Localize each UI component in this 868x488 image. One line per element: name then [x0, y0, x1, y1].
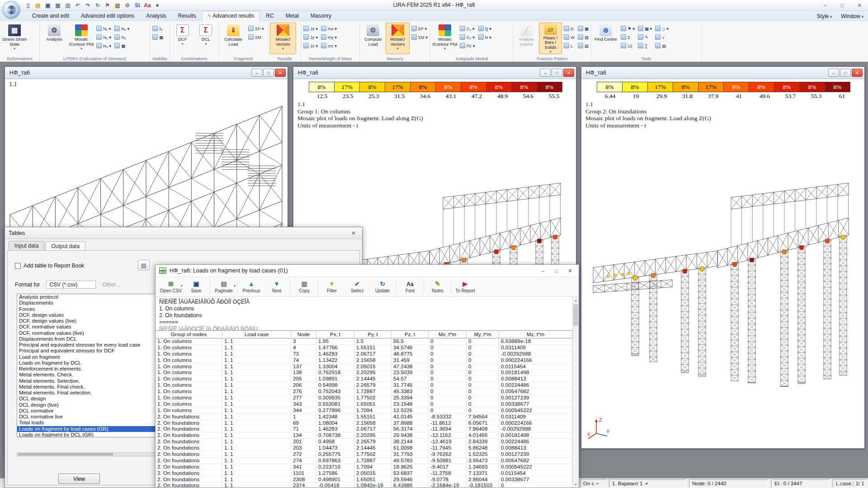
minimize-icon[interactable]: –: [251, 69, 262, 77]
table-row[interactable]: 2. On foundations 1. 1 274 0.697863 1.72…: [156, 458, 572, 464]
flag-icon[interactable]: ⚑: [103, 1, 112, 9]
group-combo[interactable]: On c: [580, 479, 607, 488]
report-book-button[interactable]: [138, 260, 150, 271]
ribbon-small-button[interactable]: ▦ ▾: [637, 24, 653, 33]
tab-analysis[interactable]: Analysis: [140, 11, 172, 21]
ribbon-small-button[interactable]: N₅: [113, 33, 130, 41]
tab-input-data[interactable]: Input data: [9, 241, 44, 250]
select-button[interactable]: Select: [344, 277, 370, 296]
maximize-icon[interactable]: □: [550, 266, 563, 276]
table-row[interactable]: 1. On columns 1. 1 3 1.95 1.5 55.5 0 0 6…: [156, 338, 572, 345]
ribbon-small-button[interactable]: N ▾: [477, 33, 493, 41]
masonry-compute-load-button[interactable]: Compute Load: [361, 23, 385, 54]
ribbon-small-button[interactable]: ∑: [637, 42, 653, 50]
paginate-button[interactable]: Paginate: [211, 277, 236, 296]
tab-advanced-edit-options[interactable]: Advanced edit options: [75, 11, 140, 21]
ribbon-small-button[interactable]: 12: [620, 42, 636, 50]
table-row[interactable]: 1. On columns 1. 1 343 0.553081 1.65051 …: [156, 401, 572, 408]
package-icon[interactable]: ▧: [113, 1, 122, 9]
ribbon-small-button[interactable]: C₁ ▾: [459, 24, 476, 33]
to-report-button[interactable]: To Report: [453, 277, 478, 296]
tools-icon[interactable]: ⚙: [123, 1, 132, 9]
tab-rc[interactable]: RC: [260, 11, 279, 21]
minimize-icon[interactable]: –: [540, 69, 551, 77]
tab-advanced-results[interactable]: Advanced results: [202, 11, 260, 21]
table-row[interactable]: 2. On foundations 1. 1 134 0.708738 2.20…: [156, 432, 572, 439]
table-row[interactable]: 1. On columns 1. 1 74 1.13422 2.15658 31…: [156, 357, 572, 364]
ribbon-small-button[interactable]: ▧: [577, 33, 590, 41]
other-button[interactable]: Other...: [102, 282, 120, 288]
model-viewport[interactable]: 8%8%17%8%17%8%8%8%8%8% 6.441929.931.837.…: [582, 79, 864, 448]
maximize-icon[interactable]: □: [840, 69, 851, 77]
ribbon-small-button[interactable]: ▦: [151, 33, 164, 41]
ribbon-small-button[interactable]: N₂ ▾: [95, 33, 112, 41]
column-header[interactable]: Load case: [222, 331, 291, 338]
table-row[interactable]: 2. On foundations 1. 1 69 1.08004 2.1565…: [156, 420, 572, 427]
table-row[interactable]: 2. On foundations 1. 1 201 0.4958 2.2657…: [156, 439, 572, 445]
find-centre-button[interactable]: Find Centre: [593, 23, 619, 54]
column-header[interactable]: Node: [291, 331, 316, 338]
ribbon-small-button[interactable]: √: [654, 33, 670, 41]
copy-icon[interactable]: ▥: [63, 1, 72, 9]
next-button[interactable]: Next: [264, 277, 289, 296]
close-icon[interactable]: ✕: [563, 266, 577, 276]
column-header[interactable]: Py, t: [354, 331, 392, 338]
ribbon-small-button[interactable]: D: [563, 24, 576, 33]
close-icon[interactable]: ✕: [851, 0, 868, 11]
minimize-icon[interactable]: –: [536, 266, 550, 276]
ribbon-small-button[interactable]: ΣM: [247, 33, 264, 41]
dcf-button[interactable]: DCF: [171, 23, 194, 54]
font-button[interactable]: Font: [397, 277, 423, 296]
masonry-mosaic-vectors-button[interactable]: Mosaic/ Vectors: [386, 23, 409, 54]
scroll-up-icon[interactable]: ▲: [573, 297, 579, 303]
view-button[interactable]: View: [58, 474, 100, 484]
model-window-2-titlebar[interactable]: НФ_та6 – □ ✕: [293, 67, 576, 79]
ribbon-small-button[interactable]: Jx ▾: [302, 24, 319, 33]
results-mosaic-vectors-button[interactable]: Mosaic/ Vectors: [270, 23, 296, 54]
table-row[interactable]: 1. On columns 1. 1 206 0.54998 2.26579 3…: [156, 382, 572, 389]
add-to-report-checkbox[interactable]: [15, 263, 21, 269]
ribbon-small-button[interactable]: C₂ ▾: [459, 33, 476, 41]
ribbon-small-button[interactable]: L: [563, 42, 576, 50]
table-row[interactable]: 1. On columns 1. 1 276 0.752043 1.72887 …: [156, 389, 572, 395]
tab-masonry[interactable]: Masonry: [305, 11, 337, 21]
ribbon-small-button[interactable]: ◇ ▾: [654, 24, 670, 33]
ribbon-small-button[interactable]: ▦: [577, 24, 590, 33]
column-header[interactable]: My, t*m: [467, 331, 499, 338]
column-header[interactable]: Px, t: [316, 331, 354, 338]
litera-mosaic-contour-button[interactable]: Mosaic /Contour Plot: [68, 23, 94, 54]
more-commands-icon[interactable]: ▾: [153, 1, 162, 9]
plates-bars-solids-button[interactable]: Plates / Bars / Solids: [539, 23, 562, 54]
ribbon-small-button[interactable]: W: [563, 33, 576, 41]
table-row[interactable]: 2. On foundations 1. 1 341 0.223716 1.70…: [156, 464, 572, 470]
ribbon-small-button[interactable]: Jz ▾: [302, 42, 319, 50]
stress-strain-state-button[interactable]: Stress Strain State: [1, 23, 28, 54]
title-bar[interactable]: ▯ ▤ ▣ ▦ ▥ ↶ ↷ ↻ ⚑ ▧ ⚙ Si: [0, 0, 868, 11]
notes-button[interactable]: Notes: [425, 277, 450, 296]
close-icon[interactable]: ✕: [275, 69, 286, 77]
loads-table-titlebar[interactable]: НФ_та6: Loads on fragment by load cases …: [156, 265, 579, 277]
table-row[interactable]: 2. On foundations 1. 1 272 0.255775 1.77…: [156, 451, 572, 458]
column-header[interactable]: Mx, t*m: [429, 331, 467, 338]
close-icon[interactable]: ✕: [349, 229, 359, 237]
print-icon[interactable]: ▦: [53, 1, 62, 9]
scrollbar-thumb[interactable]: [18, 453, 113, 455]
ribbon-small-button[interactable]: ▤: [654, 42, 670, 50]
ribbon-small-button[interactable]: mz ▾: [320, 42, 338, 50]
tables-dialog-titlebar[interactable]: Tables ✕: [5, 227, 362, 239]
redo-icon[interactable]: ↷: [83, 1, 92, 9]
maximize-icon[interactable]: □: [552, 69, 562, 77]
maximize-icon[interactable]: □: [834, 0, 851, 11]
table-row[interactable]: 1. On columns 1. 1 73 1.46283 2.06717 48…: [156, 351, 572, 357]
previous-button[interactable]: Previous: [239, 277, 264, 296]
ribbon-small-button[interactable]: ⚑ ▾: [620, 24, 636, 33]
table-row[interactable]: 1. On columns 1. 1 205 1.09891 2.14445 5…: [156, 376, 572, 382]
ribbon-small-button[interactable]: ΣM ▾: [410, 33, 429, 41]
new-document-icon[interactable]: ▯: [24, 1, 33, 9]
vertical-scrollbar[interactable]: ▲ ▼: [572, 297, 579, 488]
si-units-icon[interactable]: Si: [133, 1, 142, 9]
tab-results[interactable]: Results: [172, 11, 202, 21]
column-header[interactable]: Pz, t: [392, 331, 429, 338]
ribbon-small-button[interactable]: N₁ ▾: [95, 24, 112, 33]
filter-button[interactable]: Filter: [319, 277, 344, 296]
